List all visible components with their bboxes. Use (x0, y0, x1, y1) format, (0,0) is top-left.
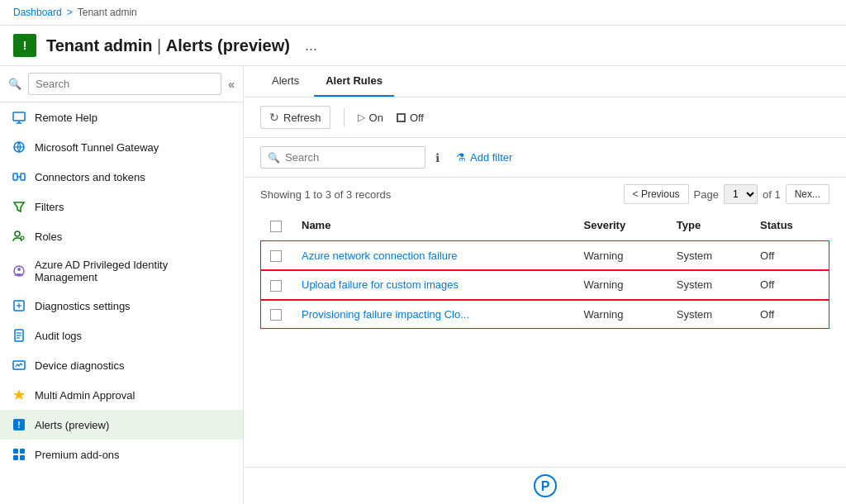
multi-admin-icon (12, 388, 26, 402)
row-severity-2: Warning (574, 270, 667, 300)
sidebar-item-azure-ad[interactable]: Azure AD Privileged Identity Management (0, 251, 243, 291)
row-select-checkbox[interactable] (270, 309, 282, 321)
svg-rect-0 (13, 112, 25, 121)
alerts-icon: ! (12, 417, 26, 432)
toolbar: ↻ Refresh ▷ On Off (244, 97, 846, 138)
connectors-icon (12, 169, 26, 184)
svg-text:P: P (540, 479, 549, 493)
filter-search-icon: 🔍 (268, 152, 280, 164)
svg-rect-5 (13, 174, 17, 180)
play-icon: ▷ (358, 112, 365, 123)
of-label: of 1 (763, 188, 781, 201)
azure-ad-icon (12, 264, 26, 278)
sidebar-item-label: Remote Help (35, 112, 97, 124)
svg-point-9 (15, 231, 20, 236)
on-toggle[interactable]: ▷ On (358, 112, 383, 124)
svg-marker-21 (13, 389, 25, 400)
header-menu-button[interactable]: ... (305, 37, 317, 55)
records-bar: Showing 1 to 3 of 3 records < Previous P… (244, 178, 846, 211)
sidebar-search-container: 🔍 « (0, 66, 243, 102)
refresh-button[interactable]: ↻ Refresh (260, 106, 330, 129)
stop-icon (397, 113, 406, 122)
svg-rect-27 (20, 455, 25, 460)
main-layout: 🔍 « Remote Help Microsoft Tunnel Gateway (0, 66, 846, 504)
sidebar-item-device-diagnostics[interactable]: Device diagnostics (0, 350, 243, 380)
tabs-container: Alerts Alert Rules (244, 66, 846, 97)
filters-icon (12, 199, 26, 214)
sidebar: 🔍 « Remote Help Microsoft Tunnel Gateway (0, 66, 244, 504)
refresh-icon: ↻ (269, 111, 279, 124)
row-select-checkbox[interactable] (270, 280, 282, 292)
filter-icon: ⚗ (456, 151, 466, 164)
column-name: Name (292, 211, 574, 240)
sidebar-item-remote-help[interactable]: Remote Help (0, 102, 243, 132)
filter-search-input[interactable] (285, 151, 418, 164)
row-name-2[interactable]: Upload failure for custom images (292, 270, 574, 300)
sidebar-item-connectors[interactable]: Connectors and tokens (0, 162, 243, 192)
svg-rect-6 (21, 174, 25, 180)
column-checkbox (260, 211, 292, 240)
row-severity-1: Warning (574, 240, 667, 270)
row-checkbox-3[interactable] (260, 300, 292, 330)
row-status-1: Off (750, 240, 829, 270)
svg-rect-26 (13, 455, 18, 460)
records-count: Showing 1 to 3 of 3 records (260, 188, 391, 201)
row-checkbox-1[interactable] (260, 240, 292, 270)
sidebar-item-diagnostics[interactable]: Diagnostics settings (0, 291, 243, 321)
page-header: ! Tenant admin | Alerts (preview) ... (0, 26, 846, 66)
app-logo-icon: P (534, 474, 557, 497)
sidebar-item-premium[interactable]: Premium add-ons (0, 440, 243, 469)
sidebar-item-tunnel[interactable]: Microsoft Tunnel Gateway (0, 132, 243, 162)
sidebar-item-roles[interactable]: Roles (0, 221, 243, 251)
svg-point-10 (21, 236, 24, 240)
sidebar-item-alerts[interactable]: ! Alerts (preview) (0, 410, 243, 440)
info-icon[interactable]: ℹ (435, 151, 440, 164)
column-status: Status (750, 211, 829, 240)
breadcrumb-separator: > (67, 7, 73, 18)
filter-search-container[interactable]: 🔍 (260, 146, 425, 169)
collapse-button[interactable]: « (228, 78, 235, 91)
previous-button[interactable]: < Previous (624, 184, 689, 204)
sidebar-item-multi-admin[interactable]: Multi Admin Approval (0, 380, 243, 410)
sidebar-search-input[interactable] (28, 73, 221, 95)
svg-point-12 (17, 268, 21, 271)
sidebar-item-label: Filters (35, 201, 64, 213)
svg-text:!: ! (17, 421, 20, 430)
sidebar-item-label: Connectors and tokens (35, 171, 145, 183)
row-severity-3: Warning (574, 300, 667, 330)
row-select-checkbox[interactable] (270, 250, 282, 262)
select-all-checkbox[interactable] (270, 221, 282, 232)
breadcrumb: Dashboard > Tenant admin (0, 0, 846, 26)
tab-alert-rules[interactable]: Alert Rules (314, 66, 394, 97)
sidebar-item-audit[interactable]: Audit logs (0, 321, 243, 350)
page-label: Page (694, 188, 719, 201)
content-area: Alerts Alert Rules ↻ Refresh ▷ On Off 🔍 (244, 66, 846, 504)
row-name-1[interactable]: Azure network connection failure (292, 240, 574, 270)
bottom-logo: P (244, 467, 846, 504)
breadcrumb-current: Tenant admin (78, 7, 137, 18)
pagination: < Previous Page 1 of 1 Nex... (624, 184, 829, 204)
page-select[interactable]: 1 (724, 184, 758, 204)
table-header-row: Name Severity Type Status (260, 211, 829, 240)
row-checkbox-2[interactable] (260, 270, 292, 300)
sidebar-item-label: Audit logs (35, 330, 82, 342)
alert-rules-table: Name Severity Type Status Azure network … (260, 211, 829, 329)
table-area: Name Severity Type Status Azure network … (244, 211, 846, 467)
sidebar-item-filters[interactable]: Filters (0, 192, 243, 221)
sidebar-items-list: Remote Help Microsoft Tunnel Gateway Con… (0, 102, 243, 504)
sidebar-item-label: Microsoft Tunnel Gateway (35, 141, 159, 154)
roles-icon (12, 229, 26, 244)
device-diag-icon (12, 358, 26, 373)
tab-alerts[interactable]: Alerts (260, 66, 311, 97)
sidebar-item-label: Premium add-ons (35, 449, 120, 461)
off-toggle[interactable]: Off (397, 112, 424, 124)
add-filter-button[interactable]: ⚗ Add filter (449, 147, 519, 168)
svg-rect-24 (13, 449, 18, 454)
sidebar-item-label: Diagnostics settings (35, 300, 131, 312)
app-icon: ! (13, 34, 36, 57)
row-name-3[interactable]: Provisioning failure impacting Clo... (292, 300, 574, 330)
column-severity: Severity (574, 211, 667, 240)
next-button[interactable]: Nex... (786, 184, 829, 204)
remote-help-icon (12, 110, 26, 125)
breadcrumb-home[interactable]: Dashboard (13, 7, 62, 18)
